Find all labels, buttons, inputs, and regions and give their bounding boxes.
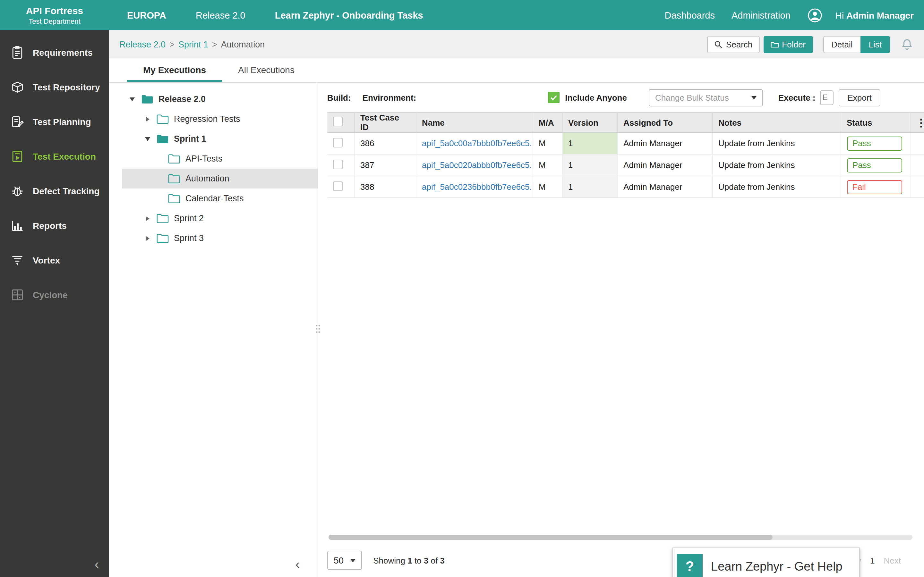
cell-version[interactable]: 1 (562, 154, 617, 176)
cell-notes[interactable]: Update from Jenkins (712, 154, 841, 176)
content-area: Release 2.0 > Sprint 1 > Automation Sear… (109, 30, 924, 577)
table-row[interactable]: 388 apif_5a0c0236bbb0fb7ee6c5... M 1 Adm… (327, 176, 924, 198)
row-checkbox[interactable] (333, 159, 342, 169)
cell-assigned-to[interactable]: Admin Manager (617, 132, 712, 154)
row-checkbox[interactable] (333, 181, 342, 191)
tree-item-sprint-1[interactable]: Sprint 1 (109, 129, 318, 149)
cell-notes[interactable]: Update from Jenkins (712, 176, 841, 198)
administration-link[interactable]: Administration (732, 10, 790, 20)
next-page-button[interactable]: Next (884, 556, 901, 565)
status-badge[interactable]: Pass (846, 158, 902, 172)
cell-assigned-to[interactable]: Admin Manager (617, 176, 712, 198)
tree-collapse-chevron-icon[interactable]: ‹ (296, 558, 300, 571)
tree-item-calendar-tests[interactable]: Calendar-Tests (109, 189, 318, 208)
cell-notes[interactable]: Update from Jenkins (712, 132, 841, 154)
caret-right-icon[interactable] (144, 235, 152, 241)
table-row[interactable]: 386 apif_5a0c00a7bbb0fb7ee6c5... M 1 Adm… (327, 132, 924, 154)
tree-item-automation[interactable]: Automation (109, 169, 318, 189)
sidebar-item-vortex[interactable]: Vortex (0, 243, 109, 277)
top-navigation: EUROPA Release 2.0 Learn Zephyr - Onboar… (109, 10, 423, 20)
column-header-test-case-id[interactable]: Test Case ID (354, 113, 416, 132)
notification-bell-icon[interactable] (900, 37, 914, 51)
caret-down-icon[interactable] (128, 97, 136, 101)
export-button[interactable]: Export (838, 89, 881, 106)
help-question-icon[interactable]: ? (677, 554, 703, 577)
column-header-name[interactable]: Name (416, 113, 533, 132)
cell-test-case-id: 388 (354, 176, 416, 198)
user-greeting[interactable]: Hi Admin Manager (835, 10, 914, 20)
get-help-popup[interactable]: ? Learn Zephyr - Get Help (672, 548, 860, 577)
caret-down-icon[interactable] (144, 137, 152, 141)
tree-item-regression-tests[interactable]: Regression Tests (109, 109, 318, 129)
search-button[interactable]: Search (708, 35, 759, 53)
detail-toggle-button[interactable]: Detail (823, 35, 861, 53)
tab-my-executions[interactable]: My Executions (127, 58, 222, 82)
select-all-checkbox[interactable] (333, 117, 342, 126)
folder-icon (771, 40, 779, 48)
page-size-select[interactable]: 50 (327, 551, 362, 570)
breadcrumb-release-link[interactable]: Release 2.0 (120, 39, 166, 49)
executions-tabs: My Executions All Executions (109, 58, 924, 83)
user-avatar-icon[interactable] (807, 7, 822, 23)
horizontal-scrollbar[interactable] (328, 535, 913, 540)
table-row[interactable]: 387 apif_5a0c020abbb0fb7ee6c5... M 1 Adm… (327, 154, 924, 176)
vortex-icon (10, 253, 24, 268)
sidebar-item-cyclone[interactable]: Cyclone (0, 277, 109, 312)
status-badge[interactable]: Pass (846, 136, 902, 150)
app-subtitle: Test Department (0, 17, 109, 26)
cell-test-case-id: 386 (354, 132, 416, 154)
test-case-link[interactable]: apif_5a0c020abbb0fb7ee6c5... (422, 160, 533, 170)
zephyr-app: API Fortress Test Department EUROPA Rele… (0, 0, 924, 577)
bulk-status-select[interactable]: Change Bulk Status (649, 89, 763, 106)
sidebar-collapse-chevron-icon[interactable]: ‹ (95, 558, 99, 571)
test-planning-icon (10, 115, 24, 129)
cell-version[interactable]: 1 (562, 176, 617, 198)
tree-item-sprint-3[interactable]: Sprint 3 (109, 228, 318, 248)
status-badge[interactable]: Fail (846, 180, 902, 194)
sidebar-item-requirements[interactable]: Requirements (0, 35, 109, 70)
caret-right-icon[interactable] (144, 116, 152, 121)
column-header-version[interactable]: Version (562, 113, 617, 132)
folder-tree-pane: Release 2.0 Regression Tests (109, 83, 318, 577)
chevron-down-icon (350, 559, 355, 562)
table-header-row: Test Case ID Name M/A Version Assigned T… (327, 113, 924, 132)
sidebar-item-test-execution[interactable]: Test Execution (0, 139, 109, 174)
cell-ma: M (533, 132, 562, 154)
test-case-link[interactable]: apif_5a0c0236bbb0fb7ee6c5... (422, 182, 533, 192)
cell-assigned-to[interactable]: Admin Manager (617, 154, 712, 176)
tree-item-release-2-0[interactable]: Release 2.0 (109, 89, 318, 109)
app-brand: API Fortress Test Department (0, 4, 109, 26)
column-header-status[interactable]: Status (841, 113, 910, 132)
column-menu-icon[interactable]: ⋮ (916, 117, 924, 128)
pane-resize-handle[interactable] (315, 324, 321, 336)
tree-item-api-tests[interactable]: API-Tests (109, 149, 318, 169)
cell-version[interactable]: 1 (562, 132, 617, 154)
sidebar-item-test-planning[interactable]: Test Planning (0, 105, 109, 139)
row-checkbox[interactable] (333, 137, 342, 147)
sidebar-item-reports[interactable]: Reports (0, 208, 109, 243)
sidebar-item-defect-tracking[interactable]: Defect Tracking (0, 174, 109, 208)
folder-icon (168, 174, 180, 183)
sidebar-item-test-repository[interactable]: Test Repository (0, 70, 109, 105)
scrollbar-thumb[interactable] (328, 535, 772, 540)
column-header-assigned-to[interactable]: Assigned To (617, 113, 712, 132)
execute-input[interactable] (820, 90, 834, 105)
tab-all-executions[interactable]: All Executions (222, 58, 310, 82)
list-toggle-button[interactable]: List (861, 35, 890, 53)
requirements-icon (10, 45, 24, 60)
test-case-link[interactable]: apif_5a0c00a7bbb0fb7ee6c5... (422, 139, 533, 148)
include-anyone-checkbox[interactable] (548, 92, 559, 103)
column-header-notes[interactable]: Notes (712, 113, 841, 132)
dashboards-link[interactable]: Dashboards (665, 10, 715, 20)
project-menu[interactable]: EUROPA (127, 10, 166, 20)
execution-controls: Build: Environment: Include Anyone Chang… (327, 83, 914, 112)
release-menu[interactable]: Release 2.0 (196, 10, 246, 20)
tree-item-sprint-2[interactable]: Sprint 2 (109, 208, 318, 228)
folder-view-button[interactable]: Folder (763, 35, 813, 53)
breadcrumb-sprint-link[interactable]: Sprint 1 (178, 39, 208, 49)
page-number[interactable]: 1 (870, 556, 875, 565)
onboarding-tasks-link[interactable]: Learn Zephyr - Onboarding Tasks (275, 10, 423, 20)
caret-right-icon[interactable] (144, 216, 152, 221)
column-header-ma[interactable]: M/A (533, 113, 562, 132)
breadcrumb-separator: > (212, 39, 217, 49)
